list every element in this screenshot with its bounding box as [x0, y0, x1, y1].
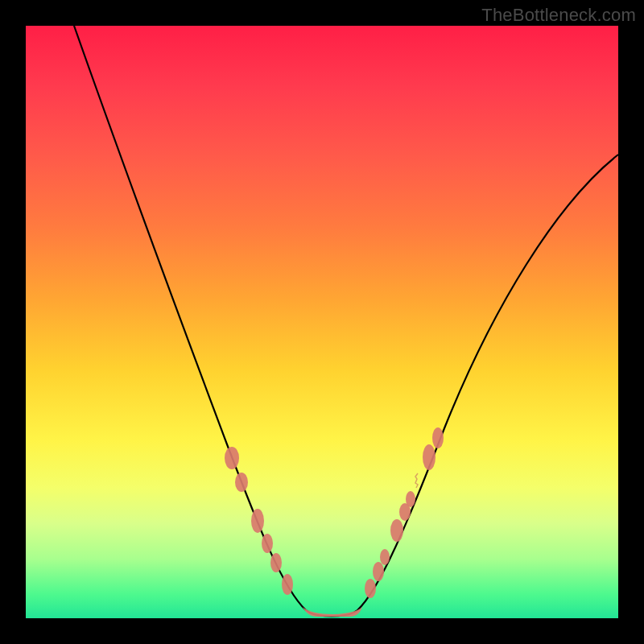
valley-floor-marker — [303, 607, 362, 617]
svg-point-12 — [423, 444, 436, 470]
svg-point-2 — [251, 509, 264, 533]
right-branch-jitter — [415, 473, 418, 488]
svg-point-9 — [390, 519, 403, 542]
svg-point-6 — [365, 579, 376, 598]
right-branch-markers — [365, 427, 444, 598]
chart-frame: TheBottleneck.com — [0, 0, 644, 644]
watermark-text: TheBottleneck.com — [481, 5, 636, 26]
svg-point-11 — [406, 491, 415, 507]
left-branch-markers — [225, 447, 293, 595]
curve-path — [74, 26, 618, 617]
svg-point-8 — [380, 549, 390, 565]
svg-point-3 — [262, 534, 273, 553]
svg-point-7 — [373, 562, 384, 581]
svg-point-0 — [225, 447, 239, 469]
svg-point-4 — [270, 553, 282, 572]
plot-area — [26, 26, 618, 618]
bottleneck-curve — [26, 26, 618, 618]
svg-point-13 — [432, 427, 444, 448]
svg-point-1 — [235, 473, 248, 492]
svg-point-5 — [282, 574, 293, 595]
